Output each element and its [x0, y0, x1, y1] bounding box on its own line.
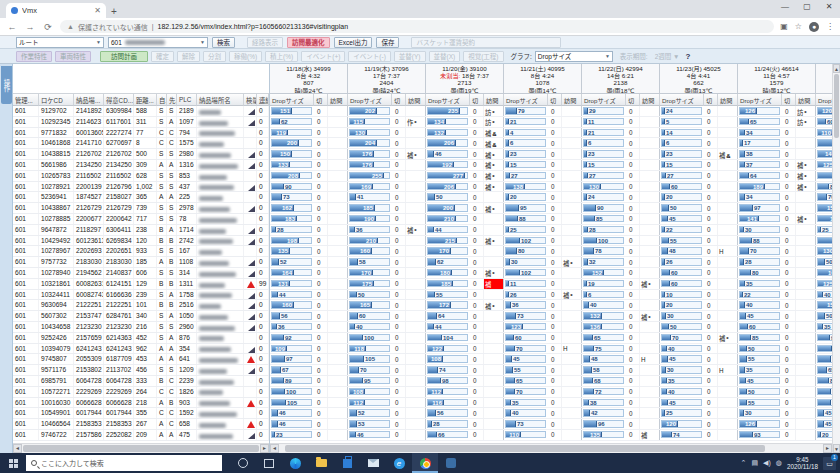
table-row[interactable]: 6011054990160179446017944355CC15920	[13, 408, 269, 419]
dropsize-bar-cell[interactable]: 123	[504, 322, 548, 332]
dropsize-bar-cell[interactable]: 65	[504, 376, 548, 386]
dropsize-bar-cell[interactable]: 105	[348, 354, 392, 364]
dropsize-bar-cell[interactable]: 23	[504, 149, 548, 159]
dropsize-bar-cell[interactable]: 23	[270, 430, 314, 440]
scroll-left-icon[interactable]: ◄	[13, 444, 22, 453]
start-button[interactable]	[0, 453, 26, 473]
forward-button[interactable]: →	[24, 22, 36, 32]
scroll-right-icon[interactable]: ►	[823, 444, 832, 453]
dropsize-bar-cell[interactable]: 21	[504, 117, 548, 127]
browser-menu-icon[interactable]: ⋮	[826, 22, 834, 31]
dropsize-bar-cell[interactable]: 185	[426, 279, 470, 289]
dropsize-bar-cell[interactable]: 27	[660, 171, 704, 181]
dropsize-bar-cell[interactable]: 190	[816, 138, 832, 148]
dropsize-bar-cell[interactable]: 36	[348, 225, 392, 235]
table-row[interactable]: 6011043886721267292126729739SS29780	[13, 203, 269, 214]
dropsize-bar-cell[interactable]: 45	[738, 311, 782, 321]
dropsize-bar-cell[interactable]: 46	[348, 430, 392, 440]
dropsize-bar-cell[interactable]: 215	[426, 236, 470, 246]
store-button[interactable]	[334, 453, 360, 473]
dropsize-bar-cell[interactable]: 108	[348, 387, 392, 397]
dropsize-bar-cell[interactable]: 23	[660, 149, 704, 159]
table-row[interactable]: 601560730221537476284761340SA10500	[13, 311, 269, 322]
dropsize-bar-cell[interactable]: 50	[660, 203, 704, 213]
dropsize-bar-cell[interactable]: 50	[738, 387, 782, 397]
dropsize-bar-cell[interactable]: 45	[504, 354, 548, 364]
column-header[interactable]: 自...	[157, 93, 167, 106]
dropsize-bar-cell[interactable]: 37	[738, 160, 782, 170]
dropsize-bar-cell[interactable]: 45	[660, 398, 704, 408]
date-group-header[interactable]: 11/24(火) 4661411台 4:571579晴|曇12℃	[738, 64, 816, 94]
dropsize-bar-cell[interactable]: 60	[660, 268, 704, 278]
route-display-button[interactable]: 経路表示	[247, 37, 283, 48]
dropsize-bar-cell[interactable]: 50	[816, 257, 832, 267]
dropsize-bar-cell[interactable]: 40	[660, 344, 704, 354]
dropsize-bar-cell[interactable]: 50	[738, 344, 782, 354]
dropsize-bar-cell[interactable]: 60	[816, 117, 832, 127]
dropsize-bar-cell[interactable]: 176	[348, 160, 392, 170]
col-header-visit[interactable]: 訪問	[406, 94, 426, 106]
col-header-dropsize[interactable]: Dropサイズ	[816, 94, 832, 106]
translate-icon[interactable]: ▣	[780, 22, 788, 31]
table-row[interactable]: 601566198621342502134250309AA13160	[13, 160, 269, 171]
dropsize-bar-cell[interactable]: 189	[738, 182, 782, 192]
dropsize-bar-cell[interactable]: 160	[270, 300, 314, 310]
dropsize-bar-cell[interactable]: 175	[816, 214, 832, 224]
dropsize-bar-cell[interactable]: 90	[270, 182, 314, 192]
dropsize-bar-cell[interactable]: 93	[738, 430, 782, 440]
dropsize-bar-cell[interactable]: 19	[582, 279, 626, 289]
tab-close-icon[interactable]: ✕	[94, 6, 101, 15]
col-header-dropsize[interactable]: Dropサイズ	[738, 94, 782, 106]
column-header[interactable]: 納品場...	[74, 93, 104, 106]
dropsize-bar-cell[interactable]: 79	[504, 106, 548, 116]
dropsize-bar-cell[interactable]: 108	[426, 354, 470, 364]
table-row[interactable]: 6011043881521267022126702500SS29800	[13, 149, 269, 160]
dropsize-bar-cell[interactable]: 27	[504, 171, 548, 181]
dropsize-bar-cell[interactable]: 104	[426, 333, 470, 343]
profile-avatar[interactable]: ●	[809, 22, 819, 32]
dropsize-bar-cell[interactable]: 210	[348, 236, 392, 246]
dropsize-bar-cell[interactable]: 45	[816, 408, 832, 418]
column-header[interactable]: 先...	[167, 93, 177, 106]
ie-button[interactable]: e	[386, 453, 412, 473]
dropsize-bar-cell[interactable]: 90	[816, 333, 832, 343]
col-header-kiri[interactable]: 切	[782, 94, 796, 106]
dropsize-bar-cell[interactable]: 132	[582, 311, 626, 321]
dropsize-bar-cell[interactable]: 102	[504, 236, 548, 246]
dropsize-bar-cell[interactable]: 109	[270, 344, 314, 354]
dropsize-bar-cell[interactable]: 170	[348, 268, 392, 278]
table-row[interactable]: 601977183260013605222727477CC7940	[13, 128, 269, 139]
dropsize-bar-cell[interactable]: 255	[348, 171, 392, 181]
col-header-visit[interactable]: 訪問	[718, 94, 738, 106]
dropsize-bar-cell[interactable]: 24	[582, 192, 626, 202]
window-maximize-button[interactable]: ▢	[796, 0, 818, 14]
dropsize-bar-cell[interactable]: 27	[582, 171, 626, 181]
dropsize-bar-cell[interactable]: 235	[426, 106, 470, 116]
event-minus-button[interactable]: イベント(-)	[348, 51, 391, 62]
table-row[interactable]: 601925242621576596214363452SA8760	[13, 333, 269, 344]
dropsize-bar-cell[interactable]: 112	[348, 398, 392, 408]
dropsize-bar-cell[interactable]: 52	[348, 408, 392, 418]
dropsize-bar-cell[interactable]: 97	[270, 354, 314, 364]
dropsize-bar-cell[interactable]: 42	[582, 408, 626, 418]
mail-button[interactable]	[360, 453, 386, 473]
dropsize-bar-cell[interactable]: 160	[348, 246, 392, 256]
dropsize-bar-cell[interactable]: 120	[660, 419, 704, 429]
table-row[interactable]: 6011026578321165022116502628SS8530	[13, 171, 269, 182]
dropsize-bar-cell[interactable]: 210	[426, 214, 470, 224]
dropsize-bar-cell[interactable]: 122	[426, 344, 470, 354]
file-explorer-button[interactable]	[308, 453, 334, 473]
dropsize-bar-cell[interactable]: 200	[426, 203, 470, 213]
dropsize-bar-cell[interactable]: 62	[426, 257, 470, 267]
dropsize-bar-cell[interactable]: 125	[816, 279, 832, 289]
dropsize-bar-cell[interactable]: 165	[348, 300, 392, 310]
col-header-visit[interactable]: 訪問	[796, 94, 816, 106]
dropsize-bar-cell[interactable]: 58	[348, 257, 392, 267]
dropsize-bar-cell[interactable]: 88	[738, 236, 782, 246]
grid-hscrollbar[interactable]: ◄ ►	[270, 443, 832, 453]
dropsize-bar-cell[interactable]: 70	[504, 344, 548, 354]
scroll-thumb[interactable]	[834, 74, 839, 138]
date-group-header[interactable]	[816, 64, 832, 94]
dropsize-bar-cell[interactable]: 126	[738, 419, 782, 429]
dropsize-bar-cell[interactable]: 175	[348, 279, 392, 289]
